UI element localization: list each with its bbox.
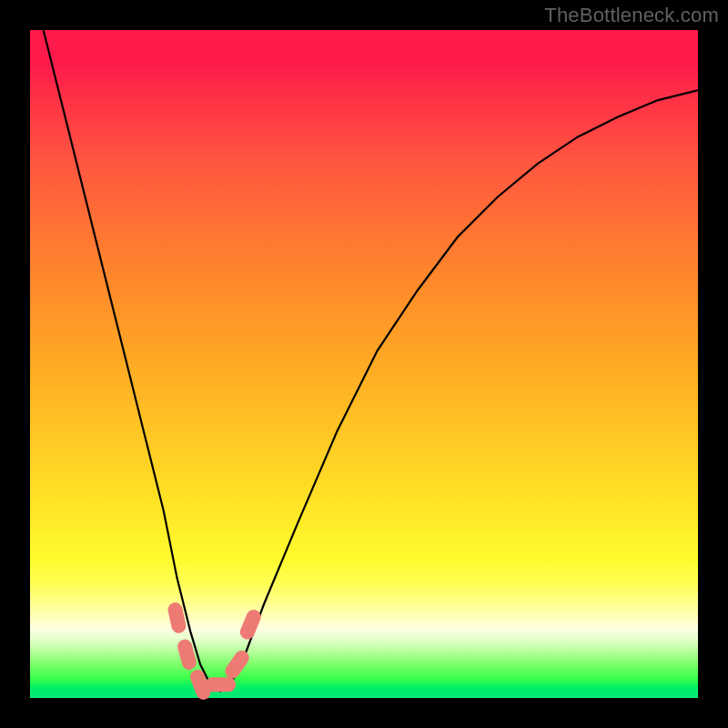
curve-markers — [167, 602, 263, 702]
curve-marker — [238, 607, 263, 642]
curve-svg — [30, 30, 698, 698]
image-frame: TheBottleneck.com — [0, 0, 728, 728]
curve-marker — [205, 677, 236, 692]
curve-marker — [222, 648, 252, 682]
bottleneck-curve — [44, 30, 698, 692]
watermark-text: TheBottleneck.com — [544, 4, 719, 27]
plot-area — [30, 30, 698, 698]
